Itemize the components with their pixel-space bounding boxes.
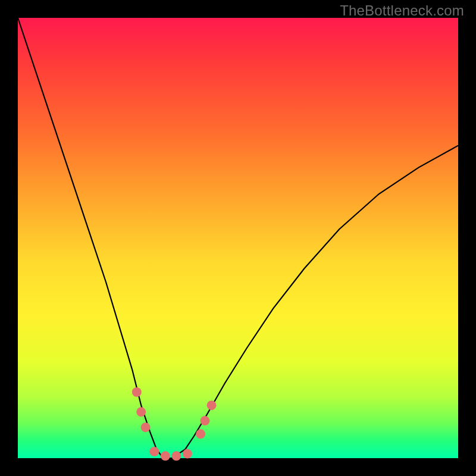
plot-area — [18, 18, 458, 458]
watermark-text: TheBottleneck.com — [340, 2, 464, 19]
bottleneck-curve-svg — [18, 18, 458, 458]
curve-marker — [196, 429, 205, 439]
curve-marker — [183, 449, 192, 459]
curve-marker — [201, 416, 210, 425]
curve-marker — [141, 422, 151, 432]
curve-marker — [161, 451, 170, 461]
bottleneck-curve-path — [18, 18, 458, 458]
curve-marker — [171, 451, 181, 461]
curve-marker — [149, 447, 159, 456]
chart-frame: TheBottleneck.com — [0, 0, 476, 476]
curve-marker — [132, 387, 142, 397]
curve-marker — [136, 407, 146, 416]
curve-marker — [207, 400, 217, 410]
marker-group — [132, 387, 217, 461]
